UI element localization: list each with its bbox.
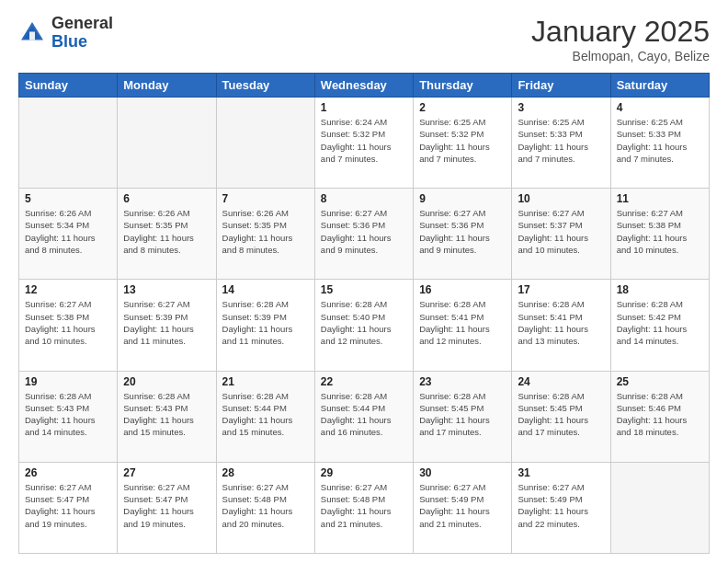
day-number: 5: [25, 192, 111, 205]
calendar-cell: [118, 98, 216, 189]
day-number: 12: [25, 283, 111, 296]
day-number: 4: [617, 101, 703, 114]
logo: General Blue: [18, 15, 113, 52]
calendar-cell: 24Sunrise: 6:28 AM Sunset: 5:45 PM Dayli…: [512, 371, 610, 462]
day-number: 26: [25, 466, 111, 479]
day-number: 9: [419, 192, 506, 205]
day-number: 27: [123, 466, 210, 479]
day-info: Sunrise: 6:27 AM Sunset: 5:36 PM Dayligh…: [419, 207, 506, 256]
day-info: Sunrise: 6:28 AM Sunset: 5:43 PM Dayligh…: [25, 390, 111, 439]
day-info: Sunrise: 6:28 AM Sunset: 5:39 PM Dayligh…: [222, 298, 309, 347]
calendar-cell: 19Sunrise: 6:28 AM Sunset: 5:43 PM Dayli…: [19, 371, 118, 462]
day-info: Sunrise: 6:26 AM Sunset: 5:35 PM Dayligh…: [123, 207, 210, 256]
day-number: 18: [617, 283, 703, 296]
week-row-2: 12Sunrise: 6:27 AM Sunset: 5:38 PM Dayli…: [19, 280, 710, 371]
day-number: 7: [222, 192, 309, 205]
day-info: Sunrise: 6:28 AM Sunset: 5:44 PM Dayligh…: [222, 390, 309, 439]
day-number: 2: [419, 101, 506, 114]
calendar-cell: 7Sunrise: 6:26 AM Sunset: 5:35 PM Daylig…: [216, 189, 314, 280]
month-title: January 2025: [531, 15, 710, 49]
day-number: 21: [222, 375, 309, 388]
day-number: 11: [617, 192, 703, 205]
day-info: Sunrise: 6:28 AM Sunset: 5:45 PM Dayligh…: [518, 390, 604, 439]
day-info: Sunrise: 6:27 AM Sunset: 5:47 PM Dayligh…: [25, 481, 111, 530]
header-monday: Monday: [118, 74, 216, 98]
header-wednesday: Wednesday: [314, 74, 413, 98]
day-number: 30: [419, 466, 506, 479]
calendar-body: 1Sunrise: 6:24 AM Sunset: 5:32 PM Daylig…: [19, 98, 710, 554]
day-info: Sunrise: 6:27 AM Sunset: 5:39 PM Dayligh…: [123, 298, 210, 347]
day-info: Sunrise: 6:27 AM Sunset: 5:48 PM Dayligh…: [222, 481, 309, 530]
header-row: SundayMondayTuesdayWednesdayThursdayFrid…: [19, 74, 710, 98]
day-number: 19: [25, 375, 111, 388]
day-info: Sunrise: 6:25 AM Sunset: 5:32 PM Dayligh…: [419, 116, 506, 165]
day-info: Sunrise: 6:28 AM Sunset: 5:41 PM Dayligh…: [518, 298, 604, 347]
calendar-cell: 22Sunrise: 6:28 AM Sunset: 5:44 PM Dayli…: [314, 371, 413, 462]
week-row-0: 1Sunrise: 6:24 AM Sunset: 5:32 PM Daylig…: [19, 98, 710, 189]
header-sunday: Sunday: [19, 74, 118, 98]
header-thursday: Thursday: [414, 74, 512, 98]
day-number: 3: [518, 101, 604, 114]
day-number: 29: [321, 466, 407, 479]
day-number: 6: [123, 192, 210, 205]
calendar-cell: 4Sunrise: 6:25 AM Sunset: 5:33 PM Daylig…: [610, 98, 709, 189]
calendar-cell: 14Sunrise: 6:28 AM Sunset: 5:39 PM Dayli…: [216, 280, 314, 371]
day-number: 14: [222, 283, 309, 296]
day-number: 31: [518, 466, 604, 479]
day-info: Sunrise: 6:28 AM Sunset: 5:42 PM Dayligh…: [617, 298, 703, 347]
header-saturday: Saturday: [610, 74, 709, 98]
day-number: 16: [419, 283, 506, 296]
day-number: 24: [518, 375, 604, 388]
calendar-cell: 17Sunrise: 6:28 AM Sunset: 5:41 PM Dayli…: [512, 280, 610, 371]
calendar-cell: 10Sunrise: 6:27 AM Sunset: 5:37 PM Dayli…: [512, 189, 610, 280]
day-info: Sunrise: 6:27 AM Sunset: 5:38 PM Dayligh…: [25, 298, 111, 347]
calendar-cell: 27Sunrise: 6:27 AM Sunset: 5:47 PM Dayli…: [118, 462, 216, 553]
day-info: Sunrise: 6:28 AM Sunset: 5:46 PM Dayligh…: [617, 390, 703, 439]
day-info: Sunrise: 6:28 AM Sunset: 5:45 PM Dayligh…: [419, 390, 506, 439]
day-number: 25: [617, 375, 703, 388]
page: General Blue January 2025 Belmopan, Cayo…: [0, 0, 728, 563]
header-tuesday: Tuesday: [216, 74, 314, 98]
day-number: 23: [419, 375, 506, 388]
day-info: Sunrise: 6:27 AM Sunset: 5:47 PM Dayligh…: [123, 481, 210, 530]
day-info: Sunrise: 6:27 AM Sunset: 5:48 PM Dayligh…: [321, 481, 407, 530]
day-info: Sunrise: 6:26 AM Sunset: 5:35 PM Dayligh…: [222, 207, 309, 256]
calendar-cell: 30Sunrise: 6:27 AM Sunset: 5:49 PM Dayli…: [414, 462, 512, 553]
week-row-4: 26Sunrise: 6:27 AM Sunset: 5:47 PM Dayli…: [19, 462, 710, 553]
day-number: 20: [123, 375, 210, 388]
calendar-header: SundayMondayTuesdayWednesdayThursdayFrid…: [19, 74, 710, 98]
day-info: Sunrise: 6:28 AM Sunset: 5:43 PM Dayligh…: [123, 390, 210, 439]
location-subtitle: Belmopan, Cayo, Belize: [531, 49, 710, 63]
calendar-cell: 28Sunrise: 6:27 AM Sunset: 5:48 PM Dayli…: [216, 462, 314, 553]
day-info: Sunrise: 6:27 AM Sunset: 5:37 PM Dayligh…: [518, 207, 604, 256]
calendar-cell: 25Sunrise: 6:28 AM Sunset: 5:46 PM Dayli…: [610, 371, 709, 462]
day-number: 10: [518, 192, 604, 205]
day-info: Sunrise: 6:27 AM Sunset: 5:38 PM Dayligh…: [617, 207, 703, 256]
calendar-cell: 9Sunrise: 6:27 AM Sunset: 5:36 PM Daylig…: [414, 189, 512, 280]
day-number: 15: [321, 283, 407, 296]
day-number: 28: [222, 466, 309, 479]
svg-rect-2: [29, 31, 35, 40]
day-number: 13: [123, 283, 210, 296]
calendar-cell: 1Sunrise: 6:24 AM Sunset: 5:32 PM Daylig…: [314, 98, 413, 189]
calendar-cell: 16Sunrise: 6:28 AM Sunset: 5:41 PM Dayli…: [414, 280, 512, 371]
day-info: Sunrise: 6:27 AM Sunset: 5:49 PM Dayligh…: [518, 481, 604, 530]
calendar-cell: 15Sunrise: 6:28 AM Sunset: 5:40 PM Dayli…: [314, 280, 413, 371]
calendar-cell: 3Sunrise: 6:25 AM Sunset: 5:33 PM Daylig…: [512, 98, 610, 189]
week-row-1: 5Sunrise: 6:26 AM Sunset: 5:34 PM Daylig…: [19, 189, 710, 280]
logo-text: General Blue: [51, 15, 113, 52]
calendar-table: SundayMondayTuesdayWednesdayThursdayFrid…: [18, 73, 710, 554]
week-row-3: 19Sunrise: 6:28 AM Sunset: 5:43 PM Dayli…: [19, 371, 710, 462]
calendar-cell: 23Sunrise: 6:28 AM Sunset: 5:45 PM Dayli…: [414, 371, 512, 462]
calendar-cell: 6Sunrise: 6:26 AM Sunset: 5:35 PM Daylig…: [118, 189, 216, 280]
header: General Blue January 2025 Belmopan, Cayo…: [18, 15, 710, 63]
calendar-cell: [19, 98, 118, 189]
day-number: 8: [321, 192, 407, 205]
calendar-cell: 20Sunrise: 6:28 AM Sunset: 5:43 PM Dayli…: [118, 371, 216, 462]
header-friday: Friday: [512, 74, 610, 98]
day-info: Sunrise: 6:27 AM Sunset: 5:49 PM Dayligh…: [419, 481, 506, 530]
calendar-cell: 26Sunrise: 6:27 AM Sunset: 5:47 PM Dayli…: [19, 462, 118, 553]
calendar-cell: [216, 98, 314, 189]
calendar-cell: 12Sunrise: 6:27 AM Sunset: 5:38 PM Dayli…: [19, 280, 118, 371]
calendar-cell: 29Sunrise: 6:27 AM Sunset: 5:48 PM Dayli…: [314, 462, 413, 553]
